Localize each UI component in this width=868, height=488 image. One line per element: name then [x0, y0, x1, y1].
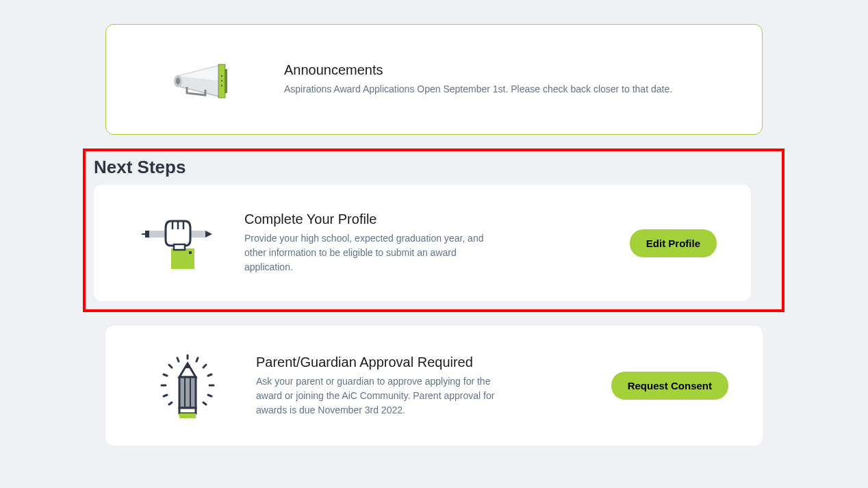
svg-marker-10	[205, 231, 212, 237]
svg-rect-38	[179, 413, 196, 418]
announcements-description: Aspirations Award Applications Open Sept…	[284, 82, 728, 97]
svg-line-28	[164, 395, 167, 396]
svg-line-25	[208, 374, 212, 376]
step-card-parent-approval: Parent/Guardian Approval Required Ask yo…	[105, 326, 763, 446]
svg-line-29	[208, 395, 212, 396]
svg-rect-37	[179, 408, 196, 413]
highlighted-step-section: Next Steps	[83, 149, 784, 312]
edit-profile-button[interactable]: Edit Profile	[630, 229, 717, 257]
step-card-complete-profile: Complete Your Profile Provide your high …	[94, 185, 751, 301]
svg-line-30	[169, 402, 172, 404]
svg-line-20	[177, 358, 179, 361]
svg-rect-18	[174, 244, 185, 250]
section-title: Next Steps	[94, 157, 774, 178]
svg-rect-3	[225, 69, 227, 93]
bright-pencil-icon	[140, 350, 235, 422]
svg-line-21	[196, 358, 198, 361]
svg-line-24	[164, 374, 167, 376]
step-title: Parent/Guardian Approval Required	[256, 355, 502, 370]
svg-line-23	[203, 365, 206, 368]
svg-point-8	[176, 78, 180, 85]
announcements-card: Announcements Aspirations Award Applicat…	[105, 24, 763, 135]
svg-rect-17	[189, 251, 192, 254]
hand-pencil-icon	[128, 209, 224, 277]
request-consent-button[interactable]: Request Consent	[611, 372, 728, 400]
step-description: Provide your high school, expected gradu…	[244, 231, 491, 274]
svg-rect-34	[179, 377, 196, 408]
announcements-title: Announcements	[284, 62, 728, 78]
svg-line-31	[203, 402, 206, 404]
svg-point-5	[221, 80, 222, 81]
megaphone-icon	[140, 52, 264, 107]
step-title: Complete Your Profile	[244, 211, 491, 227]
svg-point-4	[221, 75, 222, 77]
svg-rect-11	[145, 231, 149, 237]
svg-line-22	[169, 365, 172, 368]
step-description: Ask your parent or guardian to approve a…	[256, 374, 502, 418]
svg-point-6	[221, 85, 222, 86]
